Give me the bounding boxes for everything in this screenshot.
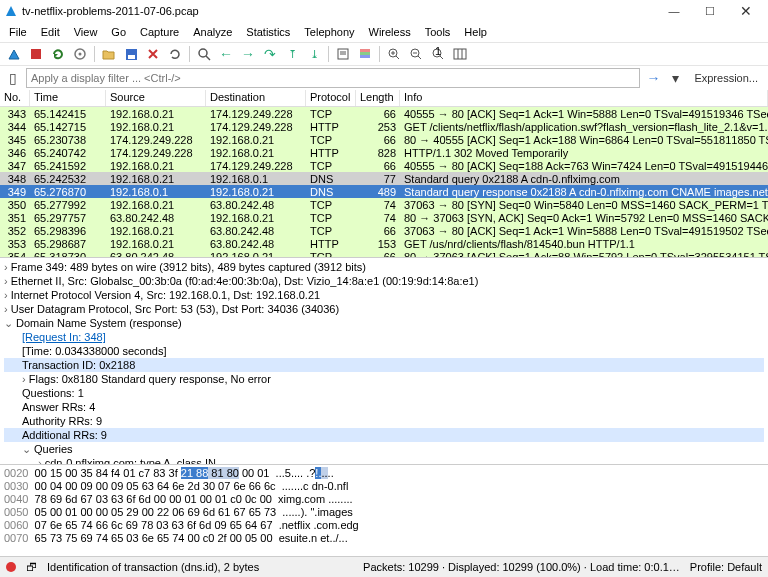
filter-apply-icon[interactable]: → <box>644 69 662 87</box>
packet-details-pane[interactable]: Frame 349: 489 bytes on wire (3912 bits)… <box>0 258 768 465</box>
tree-frame[interactable]: Frame 349: 489 bytes on wire (3912 bits)… <box>4 260 764 274</box>
menu-analyze[interactable]: Analyze <box>186 24 239 40</box>
packet-bytes-pane[interactable]: 0020 00 15 00 35 84 f4 01 c7 83 3f 21 88… <box>0 465 768 557</box>
col-protocol[interactable]: Protocol <box>306 90 356 106</box>
packet-row[interactable]: 35365.298687192.168.0.2163.80.242.48HTTP… <box>0 237 768 250</box>
svg-rect-12 <box>360 55 370 58</box>
packet-row[interactable]: 35265.298396192.168.0.2163.80.242.48TCP6… <box>0 224 768 237</box>
menu-file[interactable]: File <box>2 24 34 40</box>
minimize-button[interactable]: — <box>656 0 692 22</box>
dns-additional-rrs: Additional RRs: 9 <box>4 428 764 442</box>
menu-telephony[interactable]: Telephony <box>297 24 361 40</box>
packet-row[interactable]: 35465.31873063.80.242.48192.168.0.21TCP6… <box>0 250 768 258</box>
open-file-icon[interactable] <box>99 44 119 64</box>
menubar: File Edit View Go Capture Analyze Statis… <box>0 22 768 42</box>
restart-capture-icon[interactable] <box>48 44 68 64</box>
tree-udp[interactable]: User Datagram Protocol, Src Port: 53 (53… <box>4 302 764 316</box>
start-capture-icon[interactable] <box>4 44 24 64</box>
packet-list-pane: No. Time Source Destination Protocol Len… <box>0 90 768 258</box>
svg-line-6 <box>206 56 210 60</box>
capture-file-icon[interactable]: 🗗 <box>26 561 37 573</box>
stop-capture-icon[interactable] <box>26 44 46 64</box>
packet-rows: 34365.142415192.168.0.21174.129.249.228T… <box>0 107 768 258</box>
col-time[interactable]: Time <box>30 90 106 106</box>
svg-rect-11 <box>360 52 370 55</box>
packet-row[interactable]: 34565.230738174.129.249.228192.168.0.21T… <box>0 133 768 146</box>
tree-ip[interactable]: Internet Protocol Version 4, Src: 192.16… <box>4 288 764 302</box>
svg-text:1: 1 <box>435 47 441 57</box>
find-packet-icon[interactable] <box>194 44 214 64</box>
expression-button[interactable]: Expression... <box>688 70 764 86</box>
status-field-text: Identification of transaction (dns.id), … <box>47 561 353 573</box>
resize-columns-icon[interactable] <box>450 44 470 64</box>
window-title: tv-netflix-problems-2011-07-06.pcap <box>22 5 656 17</box>
go-last-icon[interactable]: ⤓ <box>304 44 324 64</box>
packet-row[interactable]: 35165.29775763.80.242.48192.168.0.21TCP7… <box>0 211 768 224</box>
col-info[interactable]: Info <box>400 90 768 106</box>
capture-options-icon[interactable] <box>70 44 90 64</box>
zoom-in-icon[interactable] <box>384 44 404 64</box>
svg-rect-10 <box>360 49 370 52</box>
col-destination[interactable]: Destination <box>206 90 306 106</box>
tree-eth[interactable]: Ethernet II, Src: Globalsc_00:3b:0a (f0:… <box>4 274 764 288</box>
filter-dropdown-icon[interactable]: ▾ <box>666 69 684 87</box>
save-file-icon[interactable] <box>121 44 141 64</box>
bookmark-icon[interactable]: ▯ <box>4 69 22 87</box>
dns-transaction-id[interactable]: Transaction ID: 0x2188 <box>4 358 764 372</box>
status-packets: Packets: 10299 · Displayed: 10299 (100.0… <box>363 561 680 573</box>
app-icon <box>4 4 18 18</box>
menu-capture[interactable]: Capture <box>133 24 186 40</box>
col-length[interactable]: Length <box>356 90 400 106</box>
go-forward-icon[interactable]: → <box>238 44 258 64</box>
main-toolbar: ← → ↷ ⤒ ⤓ 1 <box>0 42 768 66</box>
dns-queries[interactable]: Queries <box>4 442 764 456</box>
dns-answer-rrs: Answer RRs: 4 <box>4 400 764 414</box>
menu-go[interactable]: Go <box>104 24 133 40</box>
zoom-out-icon[interactable] <box>406 44 426 64</box>
packet-row[interactable]: 35065.277992192.168.0.2163.80.242.48TCP7… <box>0 198 768 211</box>
svg-point-2 <box>79 53 82 56</box>
packet-list-header: No. Time Source Destination Protocol Len… <box>0 90 768 107</box>
packet-row[interactable]: 34865.242532192.168.0.21192.168.0.1DNS77… <box>0 172 768 185</box>
svg-rect-0 <box>31 49 41 59</box>
svg-point-5 <box>199 49 207 57</box>
zoom-reset-icon[interactable]: 1 <box>428 44 448 64</box>
svg-line-18 <box>418 56 421 59</box>
dns-questions: Questions: 1 <box>4 386 764 400</box>
reload-icon[interactable] <box>165 44 185 64</box>
status-bar: 🗗 Identification of transaction (dns.id)… <box>0 557 768 577</box>
svg-line-14 <box>396 56 399 59</box>
auto-scroll-icon[interactable] <box>333 44 353 64</box>
menu-wireless[interactable]: Wireless <box>362 24 418 40</box>
dns-query-line[interactable]: cdn-0.nflximg.com: type A, class IN <box>4 456 764 465</box>
titlebar: tv-netflix-problems-2011-07-06.pcap — ☐ … <box>0 0 768 22</box>
packet-row[interactable]: 34765.241592192.168.0.21174.129.249.228T… <box>0 159 768 172</box>
maximize-button[interactable]: ☐ <box>692 0 728 22</box>
expert-info-icon[interactable] <box>6 562 16 572</box>
packet-row[interactable]: 34665.240742174.129.249.228192.168.0.21H… <box>0 146 768 159</box>
go-first-icon[interactable]: ⤒ <box>282 44 302 64</box>
col-source[interactable]: Source <box>106 90 206 106</box>
go-back-icon[interactable]: ← <box>216 44 236 64</box>
packet-row[interactable]: 34465.142715192.168.0.21174.129.249.228H… <box>0 120 768 133</box>
filter-bar: ▯ → ▾ Expression... <box>0 66 768 90</box>
menu-statistics[interactable]: Statistics <box>239 24 297 40</box>
packet-row[interactable]: 34365.142415192.168.0.21174.129.249.228T… <box>0 107 768 120</box>
menu-help[interactable]: Help <box>457 24 494 40</box>
dns-time: [Time: 0.034338000 seconds] <box>4 344 764 358</box>
menu-view[interactable]: View <box>67 24 105 40</box>
display-filter-input[interactable] <box>26 68 640 88</box>
tree-dns[interactable]: Domain Name System (response) <box>4 316 764 330</box>
status-profile[interactable]: Profile: Default <box>690 561 762 573</box>
colorize-icon[interactable] <box>355 44 375 64</box>
menu-edit[interactable]: Edit <box>34 24 67 40</box>
close-file-icon[interactable] <box>143 44 163 64</box>
go-to-packet-icon[interactable]: ↷ <box>260 44 280 64</box>
packet-row[interactable]: 34965.276870192.168.0.1192.168.0.21DNS48… <box>0 185 768 198</box>
dns-flags[interactable]: Flags: 0x8180 Standard query response, N… <box>4 372 764 386</box>
menu-tools[interactable]: Tools <box>418 24 458 40</box>
dns-authority-rrs: Authority RRs: 9 <box>4 414 764 428</box>
col-no[interactable]: No. <box>0 90 30 106</box>
close-button[interactable]: ✕ <box>728 0 764 22</box>
dns-request-in[interactable]: [Request In: 348] <box>22 331 106 343</box>
